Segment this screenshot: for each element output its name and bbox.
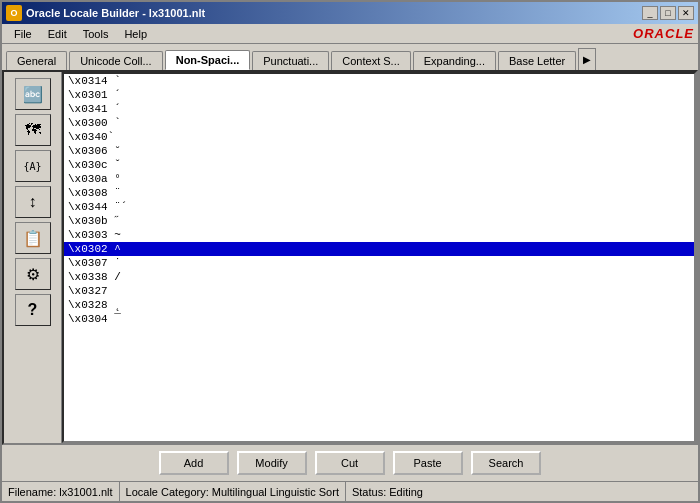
main-window: O Oracle Locale Builder - lx31001.nlt _ … [0,0,700,503]
status-editing: Status: Editing [346,482,429,501]
tab-unicode-coll[interactable]: Unicode Coll... [69,51,163,70]
list-item[interactable]: \x0327 [64,284,694,298]
tab-expanding[interactable]: Expanding... [413,51,496,70]
content-area: 🔤 🗺 {A} ↕ 📋 ⚙ ? \x0314 ` \x030 [2,70,698,445]
modify-button[interactable]: Modify [237,451,307,475]
list-item[interactable]: \x030c ˇ [64,158,694,172]
title-bar-left: O Oracle Locale Builder - lx31001.nlt [6,5,205,21]
tabs-container: General Unicode Coll... Non-Spaci... Pun… [2,44,698,70]
left-toolbar: 🔤 🗺 {A} ↕ 📋 ⚙ ? [4,72,62,443]
tab-general[interactable]: General [6,51,67,70]
app-icon: O [6,5,22,21]
menu-bar: File Edit Tools Help ORACLE [2,24,698,44]
help-icon: ? [28,301,38,319]
list-item[interactable]: \x0341 ´ [64,102,694,116]
list-item[interactable]: \x0340` [64,130,694,144]
list-item[interactable]: \x0308 ¨ [64,186,694,200]
title-bar-buttons: _ □ ✕ [642,6,694,20]
menu-tools[interactable]: Tools [75,26,117,42]
list-item[interactable]: \x030b ˝ [64,214,694,228]
oracle-logo: ORACLE [633,26,694,41]
list-item[interactable]: \x0328 ˛ [64,298,694,312]
paste-button-toolbar[interactable]: 📋 [15,222,51,254]
status-category: Locale Category: Multilingual Linguistic… [120,482,346,501]
title-bar: O Oracle Locale Builder - lx31001.nlt _ … [2,2,698,24]
list-item[interactable]: \x0338 / [64,270,694,284]
format-icon: {A} [23,161,41,172]
minimize-button[interactable]: _ [642,6,658,20]
list-item[interactable]: \x0300 ` [64,116,694,130]
map-icon: 🗺 [25,121,41,139]
paste-icon: 📋 [23,229,43,248]
locale-button[interactable]: 🔤 [15,78,51,110]
tab-base-letter[interactable]: Base Letter [498,51,576,70]
close-button[interactable]: ✕ [678,6,694,20]
list-item[interactable]: \x030a ° [64,172,694,186]
tab-punctuation[interactable]: Punctuati... [252,51,329,70]
menu-help[interactable]: Help [116,26,155,42]
status-filename: Filename: lx31001.nlt [2,482,120,501]
list-area[interactable]: \x0314 ` \x0301 ´ \x0341 ´ \x0300 ` \x03… [62,72,696,443]
tab-non-spacing[interactable]: Non-Spaci... [165,50,251,70]
list-item[interactable]: \x0307 ˙ [64,256,694,270]
menu-file[interactable]: File [6,26,40,42]
list-item[interactable]: \x0344 ¨´ [64,200,694,214]
list-item-selected[interactable]: \x0302 ^ [64,242,694,256]
list-item[interactable]: \x0314 ` [64,74,694,88]
sort-icon: ↕ [29,193,37,211]
list-item[interactable]: \x0306 ˘ [64,144,694,158]
search-button[interactable]: Search [471,451,542,475]
list-item[interactable]: \x0303 ~ [64,228,694,242]
map-button[interactable]: 🗺 [15,114,51,146]
add-button[interactable]: Add [159,451,229,475]
format-button[interactable]: {A} [15,150,51,182]
list-item[interactable]: \x0301 ´ [64,88,694,102]
menu-edit[interactable]: Edit [40,26,75,42]
settings-icon: ⚙ [26,265,40,284]
status-bar: Filename: lx31001.nlt Locale Category: M… [2,481,698,501]
tab-scroll-right[interactable]: ▶ [578,48,596,70]
window-title: Oracle Locale Builder - lx31001.nlt [26,7,205,19]
tab-context-s[interactable]: Context S... [331,51,410,70]
maximize-button[interactable]: □ [660,6,676,20]
help-button-toolbar[interactable]: ? [15,294,51,326]
button-bar: Add Modify Cut Paste Search [2,445,698,481]
cut-button[interactable]: Cut [315,451,385,475]
sort-button[interactable]: ↕ [15,186,51,218]
paste-button[interactable]: Paste [393,451,463,475]
settings-button[interactable]: ⚙ [15,258,51,290]
list-item[interactable]: \x0304 ¯ [64,312,694,326]
locale-icon: 🔤 [23,85,43,104]
